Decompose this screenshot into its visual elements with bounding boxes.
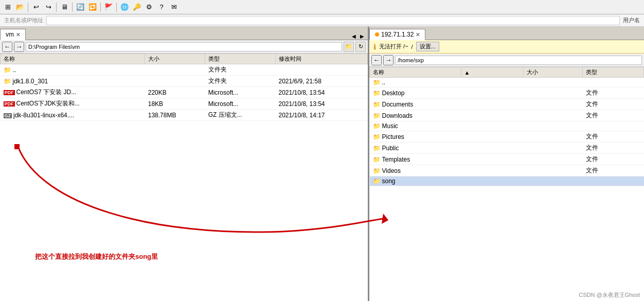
right-panel: 192.71.1.32 ✕ ℹ 无法打开 /~ / 设置... ← →: [369, 27, 644, 301]
list-item[interactable]: 📁Pictures 文件: [370, 131, 644, 143]
remote-col-size[interactable]: 大小: [523, 67, 582, 78]
remote-file-size: [523, 143, 582, 154]
remote-file-name: 📁Pictures: [370, 131, 524, 143]
col-modified[interactable]: 修改时间: [275, 54, 367, 64]
col-name[interactable]: 名称: [1, 54, 145, 64]
remote-file-name: 📁Documents: [370, 99, 524, 110]
remote-settings-btn[interactable]: 设置...: [416, 42, 439, 51]
list-item[interactable]: 📁Documents 文件: [370, 99, 644, 110]
main-area: vm ✕ ◀ ▶ ← → 📁 ↻: [0, 27, 644, 301]
remote-file-name: 📁Public: [370, 143, 524, 154]
remote-file-name: 📁Desktop: [370, 87, 524, 99]
remote-file-type: [583, 78, 644, 87]
warning-sep: /: [412, 44, 413, 50]
watermark: CSDN @永夜君王Ghost: [579, 291, 640, 299]
remote-file-type: 文件: [583, 87, 644, 99]
ftp-btn[interactable]: 🌐: [119, 2, 130, 13]
list-item[interactable]: 📁Templates 文件: [370, 154, 644, 165]
remote-path-bar: ← →: [369, 54, 644, 67]
new-tab-btn[interactable]: ⊞: [2, 2, 13, 13]
list-item[interactable]: 📁Desktop 文件: [370, 87, 644, 99]
file-modified: 2021/10/8, 14:17: [275, 110, 367, 121]
tab-nav-left[interactable]: ◀: [350, 33, 357, 40]
flag-btn[interactable]: 🚩: [103, 2, 114, 13]
list-item[interactable]: 📁song: [370, 176, 644, 186]
tab-nav-right[interactable]: ▶: [359, 33, 366, 40]
refresh-btn[interactable]: 🔁: [87, 2, 98, 13]
left-panel: vm ✕ ◀ ▶ ← → 📁 ↻: [0, 27, 369, 301]
file-type: Microsoft...: [205, 98, 276, 110]
remote-file-size: [523, 87, 582, 99]
file-size: 220KB: [145, 87, 205, 98]
file-size: 18KB: [145, 98, 205, 110]
sep5: [116, 3, 117, 12]
remote-forward-btn[interactable]: →: [383, 55, 393, 65]
file-name: PDFCentOS7 下安装 JD...: [1, 87, 145, 98]
left-file-table: 名称 大小 类型 修改时间 📁.. 文件夹 📁jdk1.8.0_301 文件夹 …: [0, 54, 368, 121]
file-type: 文件夹: [205, 64, 276, 76]
file-size: 138.78MB: [145, 110, 205, 121]
file-name: 📁..: [1, 64, 145, 76]
col-type[interactable]: 类型: [205, 54, 276, 64]
remote-path-input[interactable]: [395, 56, 642, 65]
sep2: [56, 3, 57, 12]
redo-btn[interactable]: ↪: [43, 2, 54, 13]
key-btn[interactable]: 🔑: [131, 2, 142, 13]
left-path-input[interactable]: [26, 42, 342, 51]
sep4: [100, 3, 101, 12]
remote-tab[interactable]: 192.71.1.32 ✕: [369, 29, 425, 40]
help-btn[interactable]: ?: [156, 2, 167, 13]
file-size: [145, 64, 205, 76]
settings-btn[interactable]: ⚙: [144, 2, 155, 13]
remote-file-size: [523, 99, 582, 110]
remote-file-type: 文件: [583, 165, 644, 176]
list-item[interactable]: 📁..: [370, 78, 644, 87]
file-name: GZjdk-8u301-linux-x64....: [1, 110, 145, 121]
table-row[interactable]: PDFCentOS下JDK安装和... 18KB Microsoft... 20…: [1, 98, 368, 110]
left-forward-btn[interactable]: →: [14, 42, 24, 52]
warning-text: 无法打开 /~: [379, 43, 408, 50]
tab-nav: ◀ ▶: [350, 33, 368, 40]
sep3: [72, 3, 73, 12]
remote-file-list[interactable]: 名称 ▲ 大小 类型 📁.. 📁Desktop 文件 📁Documents 文件…: [369, 67, 644, 301]
left-file-list[interactable]: 名称 大小 类型 修改时间 📁.. 文件夹 📁jdk1.8.0_301 文件夹 …: [0, 54, 368, 301]
left-folder-btn[interactable]: 📁: [344, 42, 354, 52]
sep1: [28, 3, 28, 12]
left-refresh-btn[interactable]: ↻: [355, 42, 366, 52]
warning-bar: ℹ 无法打开 /~ / 设置...: [369, 40, 644, 54]
undo-btn[interactable]: ↩: [30, 2, 42, 13]
left-tab-close[interactable]: ✕: [16, 32, 20, 38]
left-path-bar: ← → 📁 ↻: [0, 40, 368, 54]
remote-file-name: 📁Templates: [370, 154, 524, 165]
remote-file-type: 文件: [583, 99, 644, 110]
list-item[interactable]: 📁Music: [370, 121, 644, 131]
remote-file-type: [583, 176, 644, 186]
remote-col-type[interactable]: 类型: [583, 67, 644, 78]
list-item[interactable]: 📁Downloads 文件: [370, 110, 644, 121]
table-row[interactable]: 📁jdk1.8.0_301 文件夹 2021/6/9, 21:58: [1, 76, 368, 87]
computer-btn[interactable]: 🖥: [59, 2, 70, 13]
remote-tab-close[interactable]: ✕: [416, 32, 420, 38]
left-back-btn[interactable]: ←: [2, 42, 12, 52]
sync-btn[interactable]: 🔄: [75, 2, 86, 13]
address-input[interactable]: [46, 16, 620, 25]
left-tab-label: vm: [6, 31, 14, 38]
remote-file-size: [523, 78, 582, 87]
warning-icon: ℹ: [373, 43, 376, 51]
msg-btn[interactable]: ✉: [168, 2, 180, 13]
table-row[interactable]: 📁.. 文件夹: [1, 64, 368, 76]
remote-file-name: 📁Downloads: [370, 110, 524, 121]
remote-back-btn[interactable]: ←: [371, 55, 382, 65]
file-size: [145, 76, 205, 87]
open-btn[interactable]: 📂: [14, 2, 26, 13]
remote-col-name[interactable]: 名称: [370, 67, 461, 78]
list-item[interactable]: 📁Videos 文件: [370, 165, 644, 176]
table-row[interactable]: PDFCentOS7 下安装 JD... 220KB Microsoft... …: [1, 87, 368, 98]
table-row[interactable]: GZjdk-8u301-linux-x64.... 138.78MB GZ 压缩…: [1, 110, 368, 121]
col-size[interactable]: 大小: [145, 54, 205, 64]
file-modified: 2021/10/8, 13:54: [275, 98, 367, 110]
remote-col-sort[interactable]: ▲: [461, 67, 523, 78]
file-modified: 2021/10/8, 13:54: [275, 87, 367, 98]
list-item[interactable]: 📁Public 文件: [370, 143, 644, 154]
left-tab-vm[interactable]: vm ✕: [0, 29, 26, 40]
